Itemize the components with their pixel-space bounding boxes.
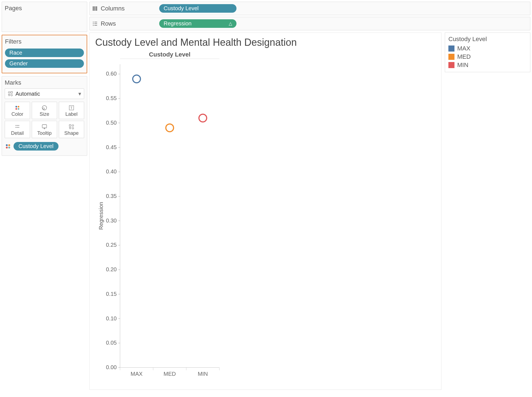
columns-icon	[92, 6, 98, 12]
svg-point-9	[43, 108, 44, 109]
data-point[interactable]	[199, 114, 207, 122]
pill-label: Regression	[164, 20, 191, 27]
y-tick-label: 0.05	[106, 340, 117, 346]
data-point[interactable]	[166, 124, 174, 132]
color-legend-icon	[5, 143, 11, 150]
legend-label: MIN	[457, 61, 468, 69]
y-tick-label: 0.15	[106, 291, 117, 297]
svg-point-35	[93, 25, 94, 26]
columns-pill-custody-level[interactable]: Custody Level	[159, 4, 236, 13]
svg-rect-30	[96, 6, 97, 11]
color-icon	[14, 104, 20, 111]
svg-point-17	[18, 127, 19, 128]
svg-rect-34	[94, 23, 97, 24]
filter-pill-race[interactable]: Race	[5, 49, 84, 57]
legend-label: MAX	[457, 45, 470, 52]
filters-shelf[interactable]: Filters Race Gender	[2, 35, 87, 73]
legend-swatch	[448, 45, 454, 52]
legend-item[interactable]: MIN	[448, 61, 527, 69]
svg-marker-2	[8, 94, 10, 96]
svg-point-23	[72, 127, 74, 129]
legend-item[interactable]: MED	[448, 53, 527, 61]
rows-shelf[interactable]: Rows Regression △	[89, 17, 530, 30]
legend-title: Custody Level	[448, 36, 527, 43]
svg-rect-32	[94, 22, 97, 22]
size-icon	[41, 104, 48, 111]
detail-icon	[14, 123, 20, 130]
marks-shape-button[interactable]: Shape	[59, 121, 84, 138]
filters-title: Filters	[5, 38, 84, 45]
svg-point-8	[42, 106, 47, 110]
svg-marker-22	[69, 127, 71, 129]
mark-pill-custody-level[interactable]: Custody Level	[14, 142, 58, 151]
marks-cell-label: Detail	[11, 130, 24, 136]
y-tick-label: 0.10	[106, 315, 117, 321]
y-tick-label: 0.25	[106, 242, 117, 248]
marks-cell-label: Color	[11, 111, 23, 117]
svg-point-16	[17, 127, 18, 128]
svg-point-21	[72, 125, 74, 126]
shapes-icon	[8, 91, 13, 96]
marks-cell-label: Shape	[64, 130, 79, 136]
pill-label: Custody Level	[164, 5, 199, 12]
y-tick-label: 0.35	[106, 193, 117, 199]
pill-label: Race	[9, 50, 22, 56]
legend-item[interactable]: MAX	[448, 44, 527, 53]
column-header: Custody Level	[149, 51, 190, 58]
legend-swatch	[448, 54, 454, 60]
pages-shelf[interactable]: Pages	[2, 2, 87, 32]
y-tick-label: 0.55	[106, 95, 117, 101]
marks-cell-label: Tooltip	[37, 130, 52, 136]
svg-point-4	[15, 106, 17, 108]
rows-icon	[92, 21, 98, 27]
y-tick-label: 0.45	[106, 144, 117, 150]
y-tick-label: 0.40	[106, 168, 117, 175]
pages-title: Pages	[5, 5, 84, 12]
svg-point-6	[15, 108, 17, 110]
legend-label: MED	[457, 53, 471, 60]
svg-rect-1	[11, 92, 12, 93]
svg-rect-29	[94, 6, 95, 11]
chart-area: Custody Level0.000.050.100.150.200.250.3…	[95, 50, 436, 384]
rows-label: Rows	[101, 20, 116, 27]
svg-point-31	[93, 22, 94, 22]
svg-point-3	[11, 94, 12, 96]
marks-cell-label: Size	[39, 111, 49, 117]
rows-pill-regression[interactable]: Regression △	[159, 19, 236, 28]
svg-point-14	[18, 125, 19, 126]
visualization-pane: Custody Level and Mental Health Designat…	[89, 33, 441, 390]
filter-pill-gender[interactable]: Gender	[5, 59, 84, 68]
columns-shelf[interactable]: Columns Custody Level	[89, 2, 530, 15]
svg-text:T: T	[70, 106, 73, 110]
marks-detail-button[interactable]: Detail	[5, 121, 30, 138]
svg-point-25	[8, 144, 10, 146]
svg-point-12	[15, 125, 16, 126]
data-point[interactable]	[133, 75, 140, 83]
marks-card: Marks Automatic ▾	[2, 76, 87, 156]
marks-type-dropdown[interactable]: Automatic ▾	[5, 88, 84, 99]
svg-marker-19	[44, 128, 45, 129]
svg-point-27	[8, 147, 10, 149]
y-tick-label: 0.20	[106, 266, 117, 272]
chevron-down-icon: ▾	[78, 90, 81, 97]
svg-point-26	[6, 147, 8, 149]
y-tick-label: 0.30	[106, 218, 117, 224]
color-legend[interactable]: Custody Level MAXMEDMIN	[445, 33, 530, 72]
x-tick-label: MAX	[131, 371, 142, 377]
marks-size-button[interactable]: Size	[32, 102, 57, 119]
marks-label-button[interactable]: T Label	[59, 102, 84, 119]
pill-label: Custody Level	[18, 143, 54, 149]
x-tick-label: MIN	[198, 371, 208, 377]
marks-color-button[interactable]: Color	[5, 102, 30, 119]
marks-cell-label: Label	[65, 111, 78, 117]
svg-point-15	[15, 127, 16, 128]
tooltip-icon	[41, 123, 47, 130]
viz-title[interactable]: Custody Level and Mental Health Designat…	[95, 37, 436, 48]
y-tick-label: 0.00	[106, 364, 117, 370]
svg-point-24	[6, 144, 8, 146]
svg-point-7	[18, 108, 19, 110]
y-axis-label: Regression	[98, 202, 104, 230]
svg-rect-28	[93, 6, 94, 11]
marks-tooltip-button[interactable]: Tooltip	[32, 121, 57, 138]
svg-rect-18	[42, 125, 47, 128]
